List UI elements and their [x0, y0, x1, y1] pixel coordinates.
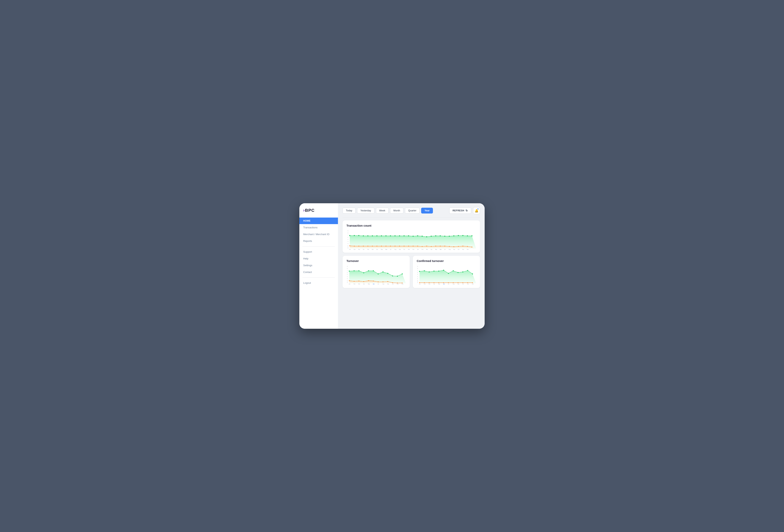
x-label: Mar: [429, 283, 430, 284]
logo-text: BPC: [305, 208, 314, 213]
green-dot: [443, 270, 444, 271]
sidebar-item-home[interactable]: HOME: [299, 218, 338, 224]
orange-dot: [373, 280, 374, 281]
orange-dot: [381, 246, 382, 247]
y-label: 0: [347, 282, 347, 283]
orange-dot: [387, 281, 388, 282]
green-dot: [453, 235, 454, 236]
x-label: Nov: [354, 249, 356, 250]
green-dot: [467, 235, 468, 236]
y-label-8: 8: [347, 232, 348, 233]
sidebar-item-reports[interactable]: Reports: [299, 237, 338, 244]
y-label: 3: [417, 278, 418, 279]
x-label: Jan: [349, 283, 350, 284]
green-dot: [444, 236, 445, 237]
green-dot: [422, 236, 423, 237]
y-label: 1: [347, 281, 347, 282]
orange-dot: [368, 280, 369, 281]
y-label: 9: [417, 266, 418, 267]
x-label: Mar: [426, 249, 428, 250]
x-label: Feb: [422, 249, 423, 250]
green-dot: [467, 270, 468, 271]
x-label: Dec: [413, 249, 414, 250]
period-btn-month[interactable]: Month: [390, 208, 403, 214]
y-label: 0: [417, 282, 418, 283]
y-label: 4: [417, 276, 418, 277]
period-btn-week[interactable]: Week: [376, 208, 389, 214]
green-dot: [402, 273, 402, 274]
sidebar-item-help[interactable]: Help: [299, 255, 338, 262]
sidebar-item-contact[interactable]: Contact: [299, 269, 338, 276]
period-btn-yesterday[interactable]: Yesterday: [357, 208, 374, 214]
green-dot: [372, 235, 373, 236]
refresh-button[interactable]: REFRESH ↻: [449, 207, 471, 214]
top-bar: Today Yesterday Week Month Quarter Year …: [343, 207, 480, 214]
orange-dot: [403, 246, 404, 247]
period-btn-year[interactable]: Year: [421, 208, 433, 214]
orange-dot: [453, 282, 454, 283]
y-label-1: 1: [347, 246, 348, 248]
sidebar-item-settings[interactable]: Settings: [299, 262, 338, 269]
orange-dot: [422, 246, 423, 247]
green-dot: [378, 273, 379, 274]
main-content: Today Yesterday Week Month Quarter Year …: [338, 203, 485, 329]
green-dot: [358, 235, 359, 236]
orange-dot: [413, 246, 414, 247]
orange-dot: [392, 282, 393, 283]
green-dot: [399, 235, 400, 236]
orange-dot: [419, 282, 420, 283]
green-dot: [419, 271, 420, 272]
green-dot: [471, 235, 472, 236]
green-dot: [394, 235, 395, 236]
orange-dot: [394, 246, 395, 247]
orange-dot: [354, 246, 355, 247]
orange-dot: [358, 280, 359, 281]
x-label: Apr: [376, 249, 378, 250]
green-dot: [363, 235, 364, 236]
sidebar-item-merchant[interactable]: Merchant / Merchant ID: [299, 231, 338, 237]
transaction-count-card: Transaction count 9 8 7 6 5 4 3 2 1 0: [343, 220, 480, 253]
period-btn-today[interactable]: Today: [343, 208, 356, 214]
period-buttons: Today Yesterday Week Month Quarter Year: [343, 208, 433, 214]
y-label: 3: [347, 278, 347, 279]
orange-dot: [448, 282, 449, 283]
x-label: Dec: [358, 249, 360, 250]
y-label: 4: [347, 276, 347, 277]
y-label: 7: [417, 270, 418, 271]
y-label-5: 5: [347, 239, 348, 240]
green-dot: [349, 235, 350, 236]
sidebar: › BPC HOME Transactions Merchant / Merch…: [299, 203, 338, 329]
x-label: Oct: [462, 283, 464, 284]
x-label: Jul: [444, 249, 445, 250]
notification-button[interactable]: 🔔: [473, 207, 480, 214]
y-label-0: 0: [347, 248, 348, 249]
orange-dot: [472, 247, 473, 248]
x-label: Jan: [419, 283, 421, 284]
y-label: 1: [417, 281, 418, 282]
period-btn-quarter[interactable]: Quarter: [405, 208, 420, 214]
x-label: Sep: [457, 283, 459, 284]
orange-dot: [472, 282, 473, 283]
green-dot: [373, 270, 374, 271]
x-label: Nov: [467, 283, 469, 284]
refresh-icon: ↻: [466, 209, 468, 212]
nav-divider-1: [303, 246, 335, 247]
sidebar-item-support[interactable]: Support: [299, 248, 338, 255]
green-dot: [433, 271, 435, 272]
y-label: 8: [417, 268, 418, 269]
orange-dot: [458, 246, 459, 247]
green-dot: [354, 235, 355, 236]
x-label: Feb: [424, 283, 426, 284]
green-dot: [386, 235, 386, 236]
sidebar-item-transactions[interactable]: Transactions: [299, 224, 338, 231]
green-dot: [403, 235, 404, 236]
x-label: Jan: [417, 249, 419, 250]
notification-dot: [477, 208, 479, 209]
confirmed-turnover-chart: 9 8 7 6 5 4 3 2 1 0: [417, 265, 476, 285]
orange-dot: [349, 280, 349, 281]
y-label: 5: [347, 274, 347, 275]
sidebar-item-logout[interactable]: Logout: [299, 280, 338, 286]
x-label: Sep: [387, 283, 389, 284]
orange-dot: [438, 282, 439, 283]
green-dot: [376, 235, 377, 236]
